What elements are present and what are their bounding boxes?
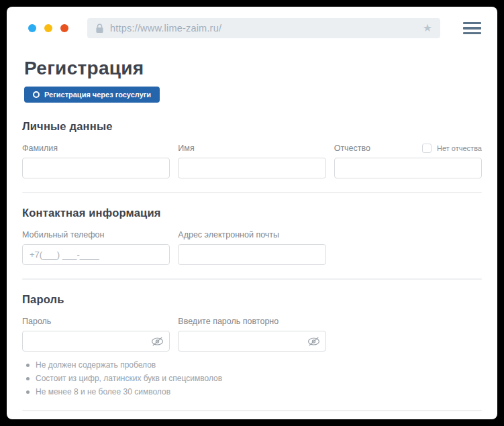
bullet-icon bbox=[26, 364, 30, 367]
phone-field-group: Мобильный телефон bbox=[22, 229, 170, 265]
registration-form: Регистрация Регистрация через госуслуги … bbox=[7, 58, 497, 419]
window-dot-red bbox=[60, 24, 68, 32]
section-divider bbox=[22, 410, 482, 411]
toggle-password-visibility-button[interactable] bbox=[151, 336, 164, 346]
section-divider bbox=[22, 192, 482, 193]
firstname-field-group: Имя bbox=[178, 143, 325, 178]
window-dot-yellow bbox=[44, 24, 52, 32]
email-label: Адрес электронной почты bbox=[178, 230, 279, 239]
bookmark-star-icon[interactable]: ★ bbox=[423, 23, 432, 34]
phone-input[interactable] bbox=[22, 244, 170, 265]
window-dot-blue bbox=[28, 24, 36, 32]
password-rule-text: Не должен содержать пробелов bbox=[36, 360, 156, 370]
password-rules-list: Не должен содержать пробелов Состоит из … bbox=[22, 360, 482, 396]
lastname-input[interactable] bbox=[22, 158, 170, 178]
password-label: Пароль bbox=[22, 317, 51, 326]
eye-slash-icon bbox=[151, 336, 164, 346]
patronymic-input[interactable] bbox=[334, 158, 482, 178]
no-patronymic-checkbox-wrap[interactable]: Нет отчества bbox=[422, 144, 482, 153]
password-heading: Пароль bbox=[22, 293, 482, 306]
lastname-field-group: Фамилия bbox=[22, 143, 170, 178]
window-controls bbox=[28, 24, 68, 32]
password-rule-item: Не должен содержать пробелов bbox=[22, 360, 482, 370]
gosuslugi-circle-icon bbox=[33, 91, 40, 98]
firstname-label: Имя bbox=[178, 144, 194, 153]
section-password: Пароль Пароль bbox=[22, 293, 482, 411]
section-contact-info: Контактная информация Мобильный телефон … bbox=[22, 207, 482, 280]
password-rule-text: Состоит из цифр, латинских букв и спецси… bbox=[36, 374, 222, 383]
section-personal-data: Личные данные Фамилия Имя Отчество bbox=[22, 120, 482, 193]
password-repeat-label: Введите пароль повторно bbox=[178, 317, 279, 326]
browser-window: https://www.lime-zaim.ru/ ★ Регистрация … bbox=[7, 7, 497, 419]
firstname-input[interactable] bbox=[178, 158, 325, 178]
url-text: https://www.lime-zaim.ru/ bbox=[110, 23, 423, 34]
patronymic-label: Отчество bbox=[334, 144, 370, 153]
gosuslugi-register-button[interactable]: Регистрация через госуслуги bbox=[24, 87, 160, 103]
page-title: Регистрация bbox=[24, 58, 482, 79]
personal-data-heading: Личные данные bbox=[22, 120, 482, 133]
lock-icon bbox=[95, 23, 104, 34]
password-rule-item: Не менее 8 и не более 30 символов bbox=[22, 387, 482, 396]
email-input[interactable] bbox=[178, 244, 325, 265]
password-repeat-field-group: Введите пароль повторно bbox=[178, 316, 325, 352]
password-rule-text: Не менее 8 и не более 30 символов bbox=[36, 387, 170, 396]
password-input[interactable] bbox=[22, 331, 170, 352]
password-repeat-input[interactable] bbox=[178, 331, 325, 352]
menu-icon[interactable] bbox=[463, 22, 481, 35]
bullet-icon bbox=[26, 377, 30, 380]
section-divider bbox=[22, 278, 482, 280]
password-rule-item: Состоит из цифр, латинских букв и спецси… bbox=[22, 374, 482, 383]
phone-label: Мобильный телефон bbox=[22, 230, 104, 239]
lastname-label: Фамилия bbox=[22, 144, 58, 153]
eye-slash-icon bbox=[307, 336, 320, 346]
browser-toolbar: https://www.lime-zaim.ru/ ★ bbox=[7, 7, 497, 38]
gosuslugi-button-label: Регистрация через госуслуги bbox=[44, 91, 151, 99]
email-field-group: Адрес электронной почты bbox=[178, 229, 325, 265]
address-bar[interactable]: https://www.lime-zaim.ru/ ★ bbox=[87, 18, 440, 38]
no-patronymic-checkbox[interactable] bbox=[422, 144, 432, 153]
password-field-group: Пароль bbox=[22, 316, 170, 352]
no-patronymic-label: Нет отчества bbox=[437, 144, 482, 152]
contact-info-heading: Контактная информация bbox=[22, 207, 482, 219]
patronymic-field-group: Отчество Нет отчества bbox=[334, 143, 482, 178]
bullet-icon bbox=[26, 390, 30, 394]
toggle-password-repeat-visibility-button[interactable] bbox=[307, 336, 320, 346]
